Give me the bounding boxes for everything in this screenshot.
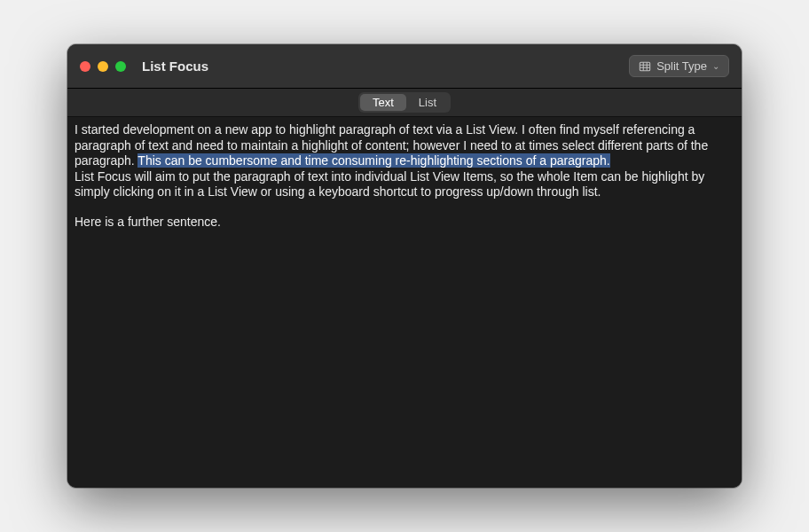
minimize-window-button[interactable]: [98, 61, 108, 72]
content-area[interactable]: I started development on a new app to hi…: [67, 117, 742, 488]
titlebar: List Focus Split Type ⌄: [67, 44, 742, 89]
paragraph-3: Here is a further sentence.: [75, 215, 221, 229]
close-window-button[interactable]: [80, 61, 90, 72]
window-title: List Focus: [142, 59, 208, 74]
tabbar: Text List: [67, 89, 742, 117]
maximize-window-button[interactable]: [115, 61, 126, 72]
split-type-label: Split Type: [656, 59, 707, 73]
traffic-lights: [80, 61, 126, 72]
paragraph-gap: [75, 200, 734, 215]
paragraph-2: List Focus will aim to put the paragraph…: [75, 169, 704, 200]
selected-text: This can be cumbersome and time consumin…: [137, 153, 609, 168]
segmented-control: Text List: [358, 92, 451, 113]
tab-text[interactable]: Text: [360, 94, 406, 111]
app-window: List Focus Split Type ⌄ Text List I star: [67, 44, 742, 488]
split-type-dropdown[interactable]: Split Type ⌄: [629, 55, 729, 77]
svg-rect-0: [640, 62, 649, 71]
toolbar-right: Split Type ⌄: [629, 55, 729, 77]
chevron-down-icon: ⌄: [712, 61, 719, 71]
text-body[interactable]: I started development on a new app to hi…: [75, 122, 734, 230]
tab-list[interactable]: List: [406, 94, 449, 111]
grid-icon: [639, 60, 651, 73]
